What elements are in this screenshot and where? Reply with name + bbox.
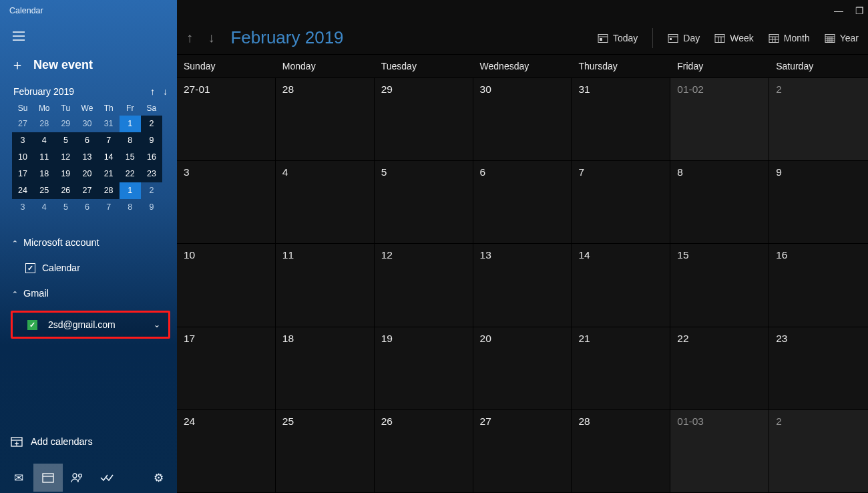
mini-day[interactable]: 4 [33,199,55,216]
day-cell[interactable]: 5 [375,161,473,244]
mini-day[interactable]: 8 [120,199,141,216]
account-gmail-toggle[interactable]: ⌄ Gmail [11,284,170,303]
day-cell[interactable]: 2 [769,78,868,161]
day-cell[interactable]: 22 [670,327,769,410]
day-cell[interactable]: 9 [769,161,868,244]
checkbox-icon[interactable] [25,263,35,273]
mini-day[interactable]: 9 [141,199,162,216]
day-cell[interactable]: 12 [375,244,473,327]
calendar-gmail-item[interactable]: 2sd@gmail.com ⌄ [11,311,170,339]
month-title[interactable]: February 2019 [230,27,343,48]
mini-day[interactable]: 6 [76,199,97,216]
new-event-button[interactable]: ＋ New event [0,52,177,86]
mini-day[interactable]: 3 [12,199,33,216]
calendar-ms-item[interactable]: Calendar [11,259,170,277]
mini-day[interactable]: 21 [98,166,120,182]
day-cell[interactable]: 20 [473,327,572,410]
mini-day[interactable]: 31 [98,116,120,132]
day-cell[interactable]: 30 [473,78,572,161]
day-cell[interactable]: 23 [769,327,868,410]
day-view-button[interactable]: Day [668,33,700,43]
day-cell[interactable]: 19 [375,327,473,410]
day-cell[interactable]: 27 [473,410,572,493]
day-cell[interactable]: 28 [572,410,670,493]
mini-day[interactable]: 1 [120,116,141,132]
mini-day[interactable]: 14 [98,149,120,166]
day-cell[interactable]: 17 [177,327,276,410]
settings-icon[interactable]: ⚙ [144,464,173,492]
day-cell[interactable]: 27-01 [177,78,276,161]
mini-day[interactable]: 17 [12,166,33,182]
checkbox-icon[interactable] [27,320,37,330]
day-cell[interactable]: 26 [375,410,473,493]
mini-day[interactable]: 8 [120,132,141,149]
mini-day[interactable]: 9 [141,132,162,149]
minimize-button[interactable]: — [834,5,843,16]
mini-day[interactable]: 27 [12,116,33,132]
day-cell[interactable]: 11 [276,244,375,327]
mini-cal-title[interactable]: February 2019 [13,86,74,97]
day-cell[interactable]: 2 [769,410,868,493]
mini-day[interactable]: 7 [98,199,120,216]
day-cell[interactable]: 29 [375,78,473,161]
people-icon[interactable] [63,464,92,492]
day-cell[interactable]: 8 [670,161,769,244]
mini-day[interactable]: 5 [55,132,76,149]
mini-day[interactable]: 4 [33,132,55,149]
mail-icon[interactable]: ✉ [4,464,33,492]
day-cell[interactable]: 15 [670,244,769,327]
mini-next-button[interactable]: ↓ [163,86,168,97]
mini-day[interactable]: 16 [141,149,162,166]
mini-day[interactable]: 22 [120,166,141,182]
hamburger-menu-button[interactable] [9,27,28,45]
mini-day[interactable]: 7 [98,132,120,149]
mini-day[interactable]: 18 [33,166,55,182]
mini-prev-button[interactable]: ↑ [150,86,155,97]
mini-day[interactable]: 30 [76,116,97,132]
chevron-down-icon[interactable]: ⌄ [154,320,160,329]
mini-day[interactable]: 28 [33,116,55,132]
mini-day[interactable]: 5 [55,199,76,216]
mini-day[interactable]: 2 [141,116,162,132]
mini-day[interactable]: 6 [76,132,97,149]
account-microsoft-toggle[interactable]: ⌄ Microsoft account [11,233,170,252]
mini-day[interactable]: 3 [12,132,33,149]
mini-day[interactable]: 2 [141,182,162,199]
mini-day[interactable]: 28 [98,182,120,199]
day-cell[interactable]: 28 [276,78,375,161]
mini-day[interactable]: 29 [55,116,76,132]
mini-day[interactable]: 1 [120,182,141,199]
day-cell[interactable]: 10 [177,244,276,327]
mini-day[interactable]: 13 [76,149,97,166]
mini-day[interactable]: 11 [33,149,55,166]
day-cell[interactable]: 7 [572,161,670,244]
next-month-button[interactable]: ↓ [208,30,214,45]
day-cell[interactable]: 16 [769,244,868,327]
day-cell[interactable]: 13 [473,244,572,327]
mini-day[interactable]: 19 [55,166,76,182]
day-cell[interactable]: 24 [177,410,276,493]
day-cell[interactable]: 25 [276,410,375,493]
mini-day[interactable]: 23 [141,166,162,182]
mini-day[interactable]: 25 [33,182,55,199]
day-cell[interactable]: 01-02 [670,78,769,161]
year-view-button[interactable]: Year [825,33,859,43]
mini-day[interactable]: 24 [12,182,33,199]
day-cell[interactable]: 3 [177,161,276,244]
prev-month-button[interactable]: ↑ [186,30,193,45]
today-button[interactable]: Today [598,33,638,43]
day-cell[interactable]: 01-03 [670,410,769,493]
mini-day[interactable]: 10 [12,149,33,166]
week-view-button[interactable]: Week [714,33,754,43]
day-cell[interactable]: 18 [276,327,375,410]
day-cell[interactable]: 6 [473,161,572,244]
mini-day[interactable]: 12 [55,149,76,166]
mini-day[interactable]: 27 [76,182,97,199]
month-view-button[interactable]: Month [769,33,810,43]
day-cell[interactable]: 21 [572,327,670,410]
day-cell[interactable]: 4 [276,161,375,244]
todo-icon[interactable] [92,464,122,492]
day-cell[interactable]: 14 [572,244,670,327]
maximize-button[interactable]: ❐ [855,5,864,16]
mini-day[interactable]: 20 [76,166,97,182]
